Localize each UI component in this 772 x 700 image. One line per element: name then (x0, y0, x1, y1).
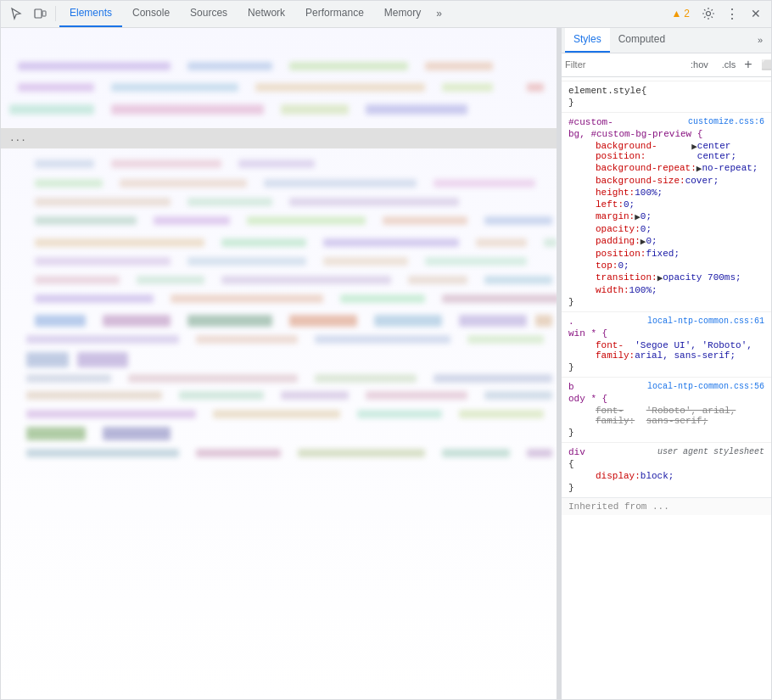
local-ntp-common-61-link[interactable]: local-ntp-common.css:61 (647, 316, 764, 326)
preview-content: ... (1, 28, 557, 699)
div-close-brace: } (568, 483, 574, 493)
warning-icon: ▲ (671, 8, 681, 20)
body-fontfamily-value: 'Roboto', arial, sans-serif; (646, 406, 764, 426)
display-prop: display: (596, 471, 641, 481)
tab-performance[interactable]: Performance (295, 1, 374, 27)
win-close-brace: } (568, 362, 574, 372)
dot-selector: . (568, 316, 574, 327)
page-preview: ... (1, 28, 557, 699)
bg-size-value: cover; (685, 176, 719, 186)
element-style-open-brace: { (641, 86, 647, 96)
inspect-element-button[interactable] (4, 2, 28, 25)
tab-memory[interactable]: Memory (374, 1, 431, 27)
padding-prop: padding: (596, 236, 641, 246)
svg-rect-0 (35, 9, 42, 18)
toolbar-separator (55, 6, 56, 21)
bg-position-prop: background-position: (596, 141, 691, 161)
div-selector: div (568, 447, 585, 457)
filter-input[interactable] (565, 59, 682, 70)
layout-button[interactable]: ⬜ (756, 57, 771, 73)
width-value: 100%; (629, 285, 657, 295)
bg-repeat-arrow[interactable]: ▶ (696, 163, 702, 174)
padding-value: 0; (646, 236, 657, 246)
tab-more-button[interactable]: » (431, 1, 447, 27)
custom-selector-rest: bg, #custom-bg-preview { (568, 129, 702, 139)
element-style-selector: element.style (568, 86, 641, 96)
settings-button[interactable] (696, 2, 720, 25)
tab-sources[interactable]: Sources (180, 1, 238, 27)
element-style-close-brace: } (568, 98, 574, 108)
opacity-prop: opacity: (596, 224, 641, 234)
panel-tabs: Styles Computed » (562, 28, 771, 53)
cls-button[interactable]: .cls (717, 57, 741, 72)
custom-close-brace: } (568, 297, 574, 307)
div-rule: div user agent stylesheet { display: blo… (562, 442, 771, 497)
more-options-button[interactable]: ⋮ (722, 4, 742, 24)
inherited-label: Inherited from ... (562, 497, 771, 515)
display-value: block; (641, 471, 674, 481)
position-prop: position: (596, 249, 646, 259)
tab-console[interactable]: Console (122, 1, 180, 27)
padding-arrow[interactable]: ▶ (641, 236, 646, 247)
height-prop: height: (596, 188, 635, 198)
tab-computed[interactable]: Computed (610, 28, 674, 53)
top-prop: top: (596, 260, 618, 271)
position-value: fixed; (646, 249, 680, 259)
devtools-toolbar: Elements Console Sources Network Perform… (1, 1, 771, 28)
body-selector-b: b (568, 382, 574, 392)
bg-position-value: center center; (697, 141, 764, 161)
transition-prop: transition: (596, 272, 657, 283)
local-ntp-common-56-link[interactable]: local-ntp-common.css:56 (647, 382, 764, 391)
devtools-panel: Styles Computed » :hov .cls + ⬜ eleme (561, 28, 771, 699)
body-fontfamily-prop: font-family: (596, 406, 646, 426)
transition-value: opacity 700ms; (663, 272, 741, 283)
bg-position-arrow[interactable]: ▶ (691, 141, 697, 152)
win-rule: . local-ntp-common.css:61 win * { font-f… (562, 311, 771, 377)
win-fontfamily-prop: font-family: (596, 340, 635, 361)
filter-bar: :hov .cls + ⬜ (562, 53, 771, 77)
body-close-brace: } (568, 428, 574, 438)
warning-count: 2 (684, 8, 690, 20)
close-devtools-button[interactable]: ✕ (744, 2, 768, 25)
user-agent-label: user agent stylesheet (657, 447, 764, 456)
div-open-brace: { (568, 459, 574, 469)
panel-resize-handle[interactable] (557, 28, 561, 699)
left-value: 0; (624, 199, 635, 210)
win-fontfamily-value: 'Segoe UI', 'Roboto', arial, sans-serif; (635, 340, 764, 361)
margin-value: 0; (641, 211, 652, 221)
custom-selector: #custom- (568, 117, 613, 127)
toolbar-right: ▲ 2 ⋮ ✕ (666, 2, 768, 25)
bg-size-prop: background-size: (596, 176, 685, 186)
device-mode-button[interactable] (28, 2, 52, 25)
tab-styles[interactable]: Styles (565, 28, 610, 53)
custom-bg-rule: #custom- customize.css:6 bg, #custom-bg-… (562, 112, 771, 311)
bg-repeat-prop: background-repeat: (596, 163, 696, 173)
svg-point-2 (707, 12, 711, 16)
top-value: 0; (618, 260, 629, 271)
left-prop: left: (596, 199, 624, 210)
styles-content: element.style { } #custom- customize.css… (562, 77, 771, 699)
height-value: 100%; (635, 188, 663, 198)
opacity-value: 0; (641, 224, 652, 234)
panel-more-tabs-button[interactable]: » (752, 32, 768, 48)
add-rule-button[interactable]: + (744, 56, 752, 73)
warning-button[interactable]: ▲ 2 (666, 6, 695, 21)
margin-arrow[interactable]: ▶ (635, 211, 641, 222)
margin-prop: margin: (596, 211, 635, 221)
panel-tabs-more: » (752, 32, 768, 48)
body-rule: b local-ntp-common.css:56 ody * { font-f… (562, 377, 771, 442)
main-area: ... (1, 28, 771, 699)
tab-elements[interactable]: Elements (59, 1, 122, 27)
element-style-rule: element.style { } (562, 81, 771, 112)
svg-rect-1 (42, 11, 46, 16)
body-selector-rest: ody * { (568, 394, 607, 404)
hov-button[interactable]: :hov (685, 57, 713, 72)
win-selector: win * { (568, 328, 607, 339)
width-prop: width: (596, 285, 629, 295)
transition-arrow[interactable]: ▶ (657, 272, 663, 283)
bg-repeat-value: no-repeat; (702, 163, 758, 173)
customize-css-link[interactable]: customize.css:6 (688, 117, 764, 126)
tab-network[interactable]: Network (238, 1, 295, 27)
main-tabs-bar: Elements Console Sources Network Perform… (59, 1, 666, 27)
